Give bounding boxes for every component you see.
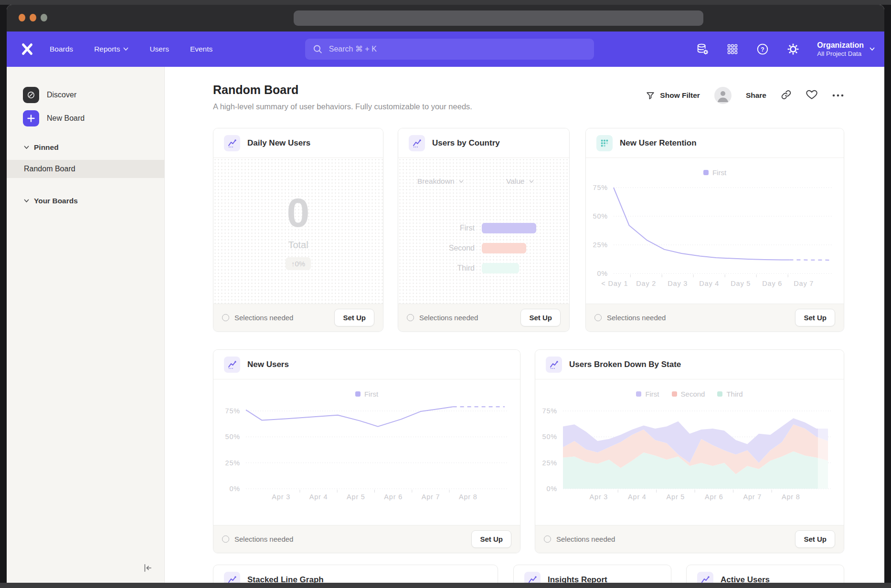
svg-text:Apr 3: Apr 3	[272, 493, 290, 501]
nav-item-label: Boards	[50, 45, 73, 53]
org-project: All Project Data	[817, 50, 864, 58]
svg-text:25%: 25%	[542, 459, 557, 467]
card-title: Stacked Line Graph	[247, 575, 324, 583]
copy-link-button[interactable]	[781, 89, 792, 102]
window-minimize-button[interactable]	[30, 14, 36, 21]
data-management-icon[interactable]	[696, 42, 709, 56]
nav-item-boards[interactable]: Boards	[50, 45, 73, 53]
card-header: New User Retention	[586, 128, 844, 158]
value-dropdown[interactable]: Value	[506, 177, 534, 186]
more-options-button[interactable]	[832, 91, 844, 100]
browser-address-bar[interactable]	[294, 10, 703, 26]
svg-text:75%: 75%	[542, 407, 557, 415]
nav-item-reports[interactable]: Reports	[94, 45, 128, 53]
card-stacked-line-graph[interactable]: Stacked Line Graph	[213, 565, 498, 583]
share-label: Share	[746, 91, 766, 100]
apps-grid-icon[interactable]	[726, 43, 739, 55]
help-icon[interactable]: ?	[756, 42, 769, 56]
screen: Boards Reports Users Events	[0, 0, 891, 588]
card-users-by-state[interactable]: Users Broken Down By State First Second	[535, 349, 844, 553]
top-navbar: Boards Reports Users Events	[7, 32, 884, 67]
by-state-chart: 75%50%25%0%Apr 3Apr 4Apr 5Apr 6Apr 7Apr …	[535, 399, 844, 523]
ellipsis-icon	[832, 93, 844, 98]
set-up-button[interactable]: Set Up	[520, 309, 561, 326]
card-daily-new-users[interactable]: Daily New Users 0 Total ↑0% Selections n…	[213, 128, 383, 332]
org-switcher[interactable]: Organization All Project Data	[817, 41, 875, 58]
status-circle-icon	[222, 536, 229, 543]
card-footer: Selections needed Set Up	[586, 304, 844, 331]
svg-text:0%: 0%	[229, 485, 240, 493]
line-chart-icon	[697, 572, 713, 583]
card-title: Daily New Users	[247, 138, 310, 148]
show-filter-button[interactable]: Show Filter	[646, 91, 700, 100]
sidebar-item-new-board[interactable]: New Board	[23, 110, 85, 126]
svg-text:Apr 3: Apr 3	[590, 493, 608, 501]
avatar[interactable]	[714, 87, 732, 104]
content-area: Discover New Board Pinned Random Board	[7, 67, 884, 583]
empty-breakdown-body: Breakdown Value First	[398, 158, 569, 304]
window-zoom-button[interactable]	[41, 14, 47, 21]
bar-row: Third	[398, 263, 569, 273]
legend-chip	[703, 170, 709, 175]
sidebar-collapse-button[interactable]	[141, 562, 154, 574]
person-icon	[714, 87, 732, 104]
favorite-button[interactable]	[806, 89, 817, 102]
card-title: New User Retention	[620, 138, 697, 148]
card-footer: Selections needed Set Up	[398, 304, 569, 331]
card-new-user-retention[interactable]: New User Retention First 75%50%25%0%< Da…	[585, 128, 844, 332]
breakdown-dropdown[interactable]: Breakdown	[417, 177, 464, 186]
sidebar-item-label: New Board	[47, 114, 85, 123]
global-search[interactable]	[305, 39, 594, 60]
settings-gear-icon[interactable]	[786, 42, 800, 56]
link-icon	[781, 89, 792, 100]
legend-chip	[636, 391, 641, 397]
chevron-down-icon	[123, 47, 128, 51]
sidebar-section-your-boards[interactable]: Your Boards	[24, 197, 78, 205]
sidebar-item-random-board[interactable]: Random Board	[7, 160, 164, 178]
org-name: Organization	[817, 41, 864, 50]
card-title: Users by Country	[432, 138, 500, 148]
chart-legend: First Second Third	[535, 390, 844, 398]
svg-text:< Day 1: < Day 1	[601, 280, 628, 287]
mixpanel-logo-icon[interactable]	[19, 41, 35, 57]
svg-text:50%: 50%	[225, 433, 240, 441]
nav-item-events[interactable]: Events	[190, 45, 212, 53]
share-button[interactable]: Share	[746, 91, 766, 100]
card-footer: Selections needed Set Up	[213, 304, 383, 331]
page-title: Random Board	[213, 83, 298, 97]
chevron-down-icon	[870, 47, 875, 51]
set-up-button[interactable]: Set Up	[795, 530, 835, 548]
card-new-users[interactable]: New Users First 75%50%25%0%Apr 3Apr 4Apr…	[213, 349, 520, 553]
metric-value: 0	[287, 192, 310, 233]
set-up-button[interactable]: Set Up	[334, 309, 374, 326]
svg-text:Apr 6: Apr 6	[384, 493, 403, 501]
line-chart-icon	[224, 135, 240, 151]
svg-text:50%: 50%	[542, 433, 557, 441]
nav-item-label: Events	[190, 45, 212, 53]
svg-text:75%: 75%	[225, 407, 240, 415]
nav-item-users[interactable]: Users	[149, 45, 169, 53]
sidebar-item-discover[interactable]: Discover	[23, 87, 76, 103]
retention-chart: 75%50%25%0%< Day 1Day 2Day 3Day 4Day 5Da…	[586, 178, 844, 301]
card-header: Active Users	[687, 565, 844, 583]
search-input[interactable]	[328, 44, 586, 54]
card-header: Daily New Users	[213, 128, 383, 158]
sidebar-section-label: Pinned	[34, 143, 59, 152]
sidebar-section-pinned[interactable]: Pinned	[24, 143, 59, 152]
set-up-button[interactable]: Set Up	[471, 530, 511, 548]
card-active-users[interactable]: Active Users	[686, 565, 844, 583]
card-header: Users Broken Down By State	[535, 350, 844, 379]
window-close-button[interactable]	[19, 14, 25, 21]
retention-grid-icon	[596, 135, 613, 151]
line-chart-icon	[224, 572, 240, 583]
card-insights-report[interactable]: Insights Report	[513, 565, 671, 583]
card-users-by-country[interactable]: Users by Country Breakdown Value	[398, 128, 570, 332]
status-circle-icon	[222, 314, 229, 321]
svg-text:Apr 7: Apr 7	[422, 493, 440, 501]
status-circle-icon	[594, 314, 602, 321]
svg-text:Day 2: Day 2	[636, 280, 656, 287]
legend-chip	[355, 391, 361, 397]
legend-item: Second	[672, 390, 705, 398]
set-up-button[interactable]: Set Up	[795, 309, 835, 326]
chevron-down-icon	[459, 180, 464, 183]
